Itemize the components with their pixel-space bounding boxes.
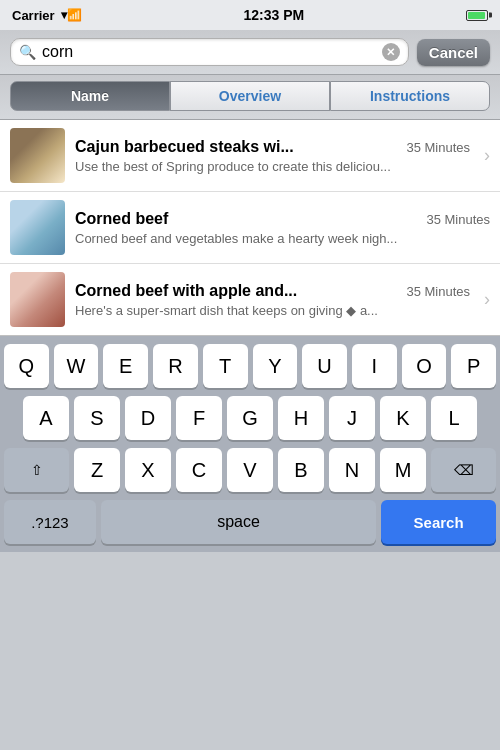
numbers-key[interactable]: .?123 — [4, 500, 96, 544]
key-b[interactable]: B — [278, 448, 324, 492]
keyboard-row-4: .?123 space Search — [4, 500, 496, 544]
search-bar: 🔍 corn ✕ Cancel — [0, 30, 500, 75]
key-s[interactable]: S — [74, 396, 120, 440]
tab-instructions[interactable]: Instructions — [330, 81, 490, 111]
recipe-content: Corned beef with apple and... 35 Minutes… — [75, 282, 470, 318]
key-g[interactable]: G — [227, 396, 273, 440]
recipe-title: Cajun barbecued steaks wi... — [75, 138, 398, 156]
recipe-description: Corned beef and vegetables make a hearty… — [75, 231, 490, 246]
clear-button[interactable]: ✕ — [382, 43, 400, 61]
keyboard-row-1: Q W E R T Y U I O P — [4, 344, 496, 388]
key-q[interactable]: Q — [4, 344, 49, 388]
key-p[interactable]: P — [451, 344, 496, 388]
recipe-time: 35 Minutes — [406, 284, 470, 299]
battery-icon — [466, 10, 488, 21]
shift-key[interactable]: ⇧ — [4, 448, 69, 492]
tab-name[interactable]: Name — [10, 81, 170, 111]
key-i[interactable]: I — [352, 344, 397, 388]
keyboard-row-2: A S D F G H J K L — [4, 396, 496, 440]
keyboard-row-3: ⇧ Z X C V B N M ⌫ — [4, 448, 496, 492]
key-t[interactable]: T — [203, 344, 248, 388]
key-f[interactable]: F — [176, 396, 222, 440]
key-w[interactable]: W — [54, 344, 99, 388]
key-v[interactable]: V — [227, 448, 273, 492]
list-item[interactable]: Corned beef 35 Minutes Corned beef and v… — [0, 192, 500, 264]
chevron-right-icon: › — [484, 289, 490, 310]
status-bar: Carrier ▾📶 12:33 PM — [0, 0, 500, 30]
recipe-time: 35 Minutes — [406, 140, 470, 155]
key-a[interactable]: A — [23, 396, 69, 440]
search-input-wrapper: 🔍 corn ✕ — [10, 38, 409, 66]
search-key[interactable]: Search — [381, 500, 496, 544]
recipe-header: Cajun barbecued steaks wi... 35 Minutes — [75, 138, 470, 156]
carrier-label: Carrier — [12, 8, 55, 23]
recipe-header: Corned beef 35 Minutes — [75, 210, 490, 228]
key-m[interactable]: M — [380, 448, 426, 492]
search-icon: 🔍 — [19, 44, 36, 60]
carrier-info: Carrier ▾📶 — [12, 8, 82, 23]
key-k[interactable]: K — [380, 396, 426, 440]
recipe-thumbnail — [10, 272, 65, 327]
key-o[interactable]: O — [402, 344, 447, 388]
segment-control: Name Overview Instructions — [0, 75, 500, 120]
key-e[interactable]: E — [103, 344, 148, 388]
battery-area — [466, 10, 488, 21]
time-display: 12:33 PM — [243, 7, 304, 23]
chevron-right-icon: › — [484, 145, 490, 166]
key-d[interactable]: D — [125, 396, 171, 440]
backspace-key[interactable]: ⌫ — [431, 448, 496, 492]
recipe-title: Corned beef with apple and... — [75, 282, 398, 300]
key-h[interactable]: H — [278, 396, 324, 440]
key-u[interactable]: U — [302, 344, 347, 388]
key-c[interactable]: C — [176, 448, 222, 492]
recipe-description: Here's a super-smart dish that keeps on … — [75, 303, 470, 318]
recipe-content: Cajun barbecued steaks wi... 35 Minutes … — [75, 138, 470, 174]
key-l[interactable]: L — [431, 396, 477, 440]
list-item[interactable]: Corned beef with apple and... 35 Minutes… — [0, 264, 500, 335]
list-item[interactable]: Cajun barbecued steaks wi... 35 Minutes … — [0, 120, 500, 192]
recipe-thumbnail — [10, 128, 65, 183]
key-r[interactable]: R — [153, 344, 198, 388]
cancel-button[interactable]: Cancel — [417, 39, 490, 66]
recipe-thumbnail — [10, 200, 65, 255]
key-z[interactable]: Z — [74, 448, 120, 492]
key-n[interactable]: N — [329, 448, 375, 492]
key-x[interactable]: X — [125, 448, 171, 492]
recipe-content: Corned beef 35 Minutes Corned beef and v… — [75, 210, 490, 246]
tab-overview[interactable]: Overview — [170, 81, 330, 111]
recipe-title: Corned beef — [75, 210, 418, 228]
keyboard: Q W E R T Y U I O P A S D F G H J K L ⇧ … — [0, 336, 500, 552]
search-input[interactable]: corn — [42, 43, 376, 61]
wifi-icon: ▾📶 — [61, 8, 82, 22]
key-y[interactable]: Y — [253, 344, 298, 388]
recipe-header: Corned beef with apple and... 35 Minutes — [75, 282, 470, 300]
recipe-description: Use the best of Spring produce to create… — [75, 159, 470, 174]
key-j[interactable]: J — [329, 396, 375, 440]
results-list: Cajun barbecued steaks wi... 35 Minutes … — [0, 120, 500, 336]
recipe-time: 35 Minutes — [426, 212, 490, 227]
space-key[interactable]: space — [101, 500, 376, 544]
